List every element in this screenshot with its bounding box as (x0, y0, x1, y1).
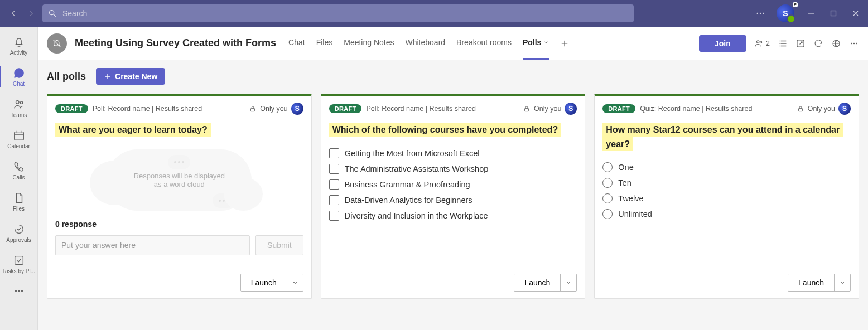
people-icon (12, 98, 26, 111)
bell-icon (12, 35, 26, 48)
lock-icon (249, 105, 257, 113)
poll-card: DRAFT Poll: Record name | Results shared… (321, 94, 586, 299)
rail-tasks[interactable]: Tasks by Pl... (0, 249, 37, 279)
list-icon[interactable] (778, 38, 788, 48)
svg-point-18 (856, 42, 857, 43)
rail-calendar[interactable]: Calendar (0, 124, 37, 154)
tab-files[interactable]: Files (316, 27, 333, 60)
globe-icon[interactable] (831, 38, 841, 48)
chat-icon (12, 66, 26, 80)
checkbox-icon (329, 195, 339, 205)
poll-option[interactable]: Getting the Most from Microsoft Excel (329, 148, 577, 158)
launch-split-button[interactable] (287, 274, 303, 291)
tab-chat[interactable]: Chat (288, 27, 305, 60)
refresh-icon[interactable] (813, 38, 823, 48)
draft-badge: DRAFT (55, 104, 88, 113)
join-button[interactable]: Join (699, 35, 746, 52)
search-input[interactable] (61, 8, 628, 18)
tab-polls[interactable]: Polls (523, 27, 549, 60)
rail-activity[interactable]: Activity (0, 30, 37, 60)
tab-breakout-rooms[interactable]: Breakout rooms (456, 27, 512, 60)
author-avatar: S (838, 103, 851, 115)
tab-meeting-notes[interactable]: Meeting Notes (344, 27, 394, 60)
only-you-label: Only you (534, 105, 561, 113)
rail-calls[interactable]: Calls (0, 155, 37, 185)
rail-chat[interactable]: Chat (0, 61, 37, 91)
poll-question: What are you eager to learn today? (55, 123, 211, 137)
quiz-option[interactable]: Ten (602, 178, 851, 188)
poll-option[interactable]: Diversity and Inclusion in the Workplace (329, 211, 577, 221)
launch-split-button[interactable] (560, 274, 576, 291)
nav-forward-button[interactable] (25, 7, 38, 20)
more-icon[interactable] (849, 38, 859, 48)
launch-split-button[interactable] (834, 274, 850, 291)
approvals-icon (12, 222, 26, 236)
app-rail: Activity Chat Teams Calendar Calls (0, 27, 38, 330)
rail-label: Chat (13, 81, 25, 87)
window-maximize-button[interactable] (828, 8, 839, 19)
svg-point-12 (756, 40, 759, 43)
quiz-option[interactable]: Twelve (602, 193, 851, 203)
user-avatar[interactable]: S P (777, 4, 794, 22)
search-icon (48, 9, 57, 18)
rail-more[interactable] (0, 280, 37, 302)
svg-point-6 (20, 101, 22, 104)
window-minimize-button[interactable] (806, 8, 817, 19)
svg-rect-20 (525, 108, 529, 111)
rail-label: Tasks by Pl... (2, 268, 35, 274)
svg-point-0 (50, 11, 54, 15)
poll-option[interactable]: The Administrative Assistants Workshop (329, 164, 577, 174)
meeting-avatar[interactable] (47, 33, 67, 54)
rail-teams[interactable]: Teams (0, 93, 37, 123)
avatar-initial: S (783, 9, 788, 18)
radio-icon (602, 162, 613, 172)
launch-button[interactable]: Launch (514, 274, 560, 291)
poll-card: DRAFT Quiz: Record name | Results shared… (594, 94, 859, 299)
quiz-option[interactable]: One (602, 162, 851, 172)
add-tab-button[interactable] (560, 39, 569, 48)
radio-icon (602, 193, 613, 203)
svg-rect-8 (15, 256, 23, 264)
poll-question: How many Star12 courses can you attend i… (602, 123, 843, 151)
polls-content: All polls Create New DRAFT Poll: Record … (38, 60, 868, 330)
radio-icon (602, 178, 613, 188)
window-close-button[interactable] (850, 8, 861, 19)
phone-icon (12, 160, 26, 173)
avatar-badge: P (793, 2, 798, 7)
tab-whiteboard[interactable]: Whiteboard (406, 27, 446, 60)
svg-point-17 (853, 42, 855, 43)
svg-rect-19 (251, 108, 255, 111)
svg-point-9 (15, 290, 17, 292)
answer-input[interactable] (55, 235, 250, 255)
svg-point-1 (757, 13, 758, 14)
card-meta: Quiz: Record name | Results shared (640, 105, 752, 113)
rail-files[interactable]: Files (0, 186, 37, 216)
launch-button[interactable]: Launch (788, 274, 834, 291)
author-avatar: S (291, 103, 303, 115)
create-new-button[interactable]: Create New (96, 68, 165, 85)
svg-point-13 (760, 41, 761, 43)
lock-icon (523, 105, 531, 113)
titlebar: S P (0, 0, 868, 27)
popout-icon[interactable] (795, 38, 806, 48)
only-you-label: Only you (808, 105, 835, 113)
response-count: 0 response (55, 220, 303, 229)
rail-approvals[interactable]: Approvals (0, 217, 37, 248)
nav-back-button[interactable] (7, 7, 20, 20)
svg-rect-7 (14, 132, 23, 140)
svg-point-11 (21, 290, 23, 292)
card-meta: Poll: Record name | Results shared (366, 105, 475, 113)
quiz-option[interactable]: Unlimited (602, 209, 851, 219)
participants-button[interactable]: 2 (754, 38, 770, 48)
draft-badge: DRAFT (602, 104, 635, 113)
more-icon[interactable] (755, 8, 765, 18)
poll-option[interactable]: Business Grammar & Proofreading (329, 179, 577, 190)
poll-option[interactable]: Data-Driven Analytics for Beginners (329, 195, 577, 205)
calendar-icon (12, 129, 26, 142)
launch-button[interactable]: Launch (241, 274, 287, 291)
submit-button[interactable]: Submit (255, 235, 303, 255)
meeting-title: Meeting Using Survey Created with Forms (75, 37, 276, 49)
search-box[interactable] (42, 4, 634, 22)
svg-rect-21 (798, 108, 802, 111)
svg-point-3 (763, 13, 764, 14)
